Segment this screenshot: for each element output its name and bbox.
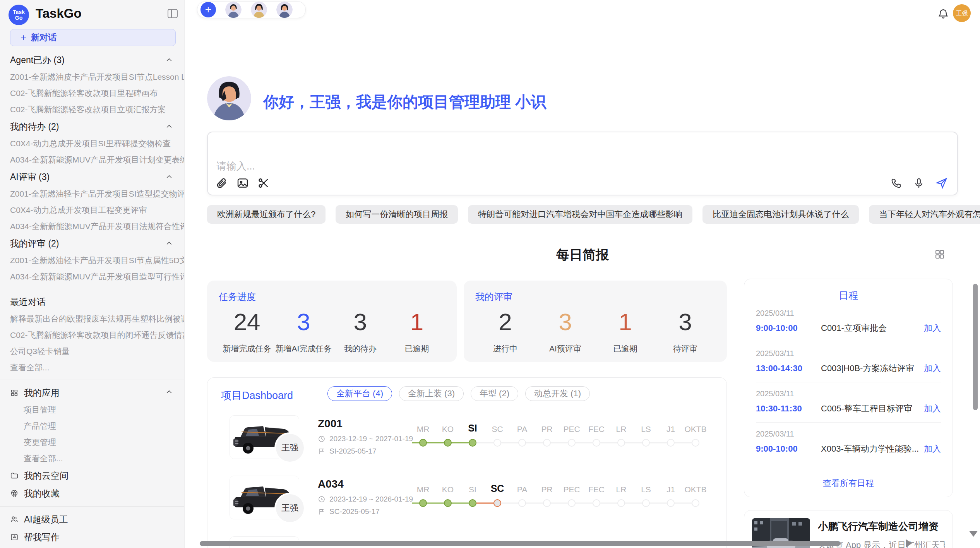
recent-view-all-link[interactable]: 查看全部... bbox=[10, 360, 185, 376]
sidebar-chat-item[interactable]: C02-飞腾新能源轻客改款项目里程碑画布 bbox=[10, 85, 185, 101]
join-link[interactable]: 加入 bbox=[924, 443, 941, 455]
dashboard-tab[interactable]: 动总开发 (1) bbox=[525, 386, 590, 401]
my-cloud-space-item[interactable]: 我的云空间 bbox=[10, 467, 185, 485]
scroll-right-arrow[interactable] bbox=[906, 539, 912, 548]
suggestion-chip[interactable]: 当下年轻人对汽车外观有怎样的喜好趋势 bbox=[869, 205, 980, 224]
news-title: 小鹏飞行汽车制造公司增资 bbox=[818, 520, 945, 533]
date-range-text: 2023-12-19 ~ 2026-01-19 bbox=[329, 495, 413, 503]
tool-item-2[interactable]: 帮我写作 bbox=[10, 528, 185, 546]
image-icon[interactable] bbox=[236, 177, 249, 189]
user-avatar[interactable]: 王强 bbox=[953, 4, 971, 22]
sidebar-section-header[interactable]: 我的待办 (2) bbox=[10, 118, 185, 135]
dashboard-tab[interactable]: 年型 (2) bbox=[471, 386, 518, 401]
app-item[interactable]: 变更管理 bbox=[10, 434, 185, 450]
recent-chat-item[interactable]: 公司Q3轻卡销量 bbox=[10, 343, 185, 360]
vertical-scrollbar-thumb[interactable] bbox=[973, 284, 978, 410]
chevron-up-icon[interactable] bbox=[165, 56, 173, 64]
sidebar-chat-item[interactable]: C0X4-动力总成开发项目工程变更评审 bbox=[10, 202, 185, 218]
sidebar-chat-item[interactable]: Z001-全新燃油轻卡产品开发项目SI节点属性5D文件评审 bbox=[10, 252, 185, 269]
dashboard-tab[interactable]: 全新上装 (3) bbox=[399, 386, 464, 401]
chevron-up-icon[interactable] bbox=[165, 123, 173, 130]
tool-item-1[interactable]: AI超级员工 bbox=[10, 510, 185, 528]
recent-chat-item[interactable]: C02-飞腾新能源轻客改款项目的闭环通告反馈情况 bbox=[10, 327, 185, 343]
section-title: 我的待办 (2) bbox=[10, 121, 59, 133]
folder-icon bbox=[10, 471, 19, 480]
suggestion-chip[interactable]: 比亚迪全固态电池计划具体说了什么 bbox=[702, 205, 859, 224]
project-date-range: 2023-12-19 ~ 2026-01-19 bbox=[318, 495, 413, 503]
sidebar-chat-item[interactable]: Z001-全新燃油皮卡产品开发项目SI节点Lesson Learn报告 bbox=[10, 69, 185, 85]
scroll-down-arrow[interactable] bbox=[969, 531, 978, 537]
new-chat-button[interactable]: + 新对话 bbox=[10, 29, 176, 46]
chevron-up-icon[interactable] bbox=[165, 388, 173, 396]
app-item[interactable]: 项目管理 bbox=[10, 402, 185, 418]
milestone-dot bbox=[419, 499, 427, 507]
suggestion-chip[interactable]: 如何写一份清晰的项目周报 bbox=[336, 205, 458, 224]
milestone: LR bbox=[609, 420, 634, 449]
suggestion-chip[interactable]: 欧洲新规最近颁布了什么? bbox=[207, 205, 326, 224]
sidebar-section-header[interactable]: AI评审 (3) bbox=[10, 168, 185, 186]
project-dashboard-card: 项目Dashboard 全新平台 (4)全新上装 (3)年型 (2)动总开发 (… bbox=[207, 377, 727, 548]
stat-column: 1已逾期 bbox=[595, 306, 655, 354]
microphone-icon[interactable] bbox=[913, 177, 925, 189]
apps-view-all-link[interactable]: 查看全部... bbox=[10, 450, 185, 467]
sidebar-divider bbox=[0, 289, 185, 289]
sidebar-chat-item[interactable]: C0X4-动力总成开发项目SI里程碑提交物检查 bbox=[10, 135, 185, 152]
schedule-row: 9:00-10:00X003-车辆动力学性能验...加入 bbox=[756, 443, 941, 455]
sidebar-chat-item[interactable]: Z001-全新燃油轻卡产品开发项目SI造型提交物评审 bbox=[10, 186, 185, 202]
milestone: LS bbox=[634, 420, 658, 449]
milestone-label: PA bbox=[517, 480, 527, 494]
sidebar-collapse-icon[interactable] bbox=[167, 9, 178, 19]
milestone-dot bbox=[667, 439, 675, 447]
sidebar-chat-item[interactable]: A034-全新新能源MUV产品开发项目法规符合性评审 bbox=[10, 218, 185, 235]
sidebar-chat-item[interactable]: A034-全新新能源MUV产品开发项目计划变更表编写 bbox=[10, 152, 185, 168]
my-favorites-item[interactable]: 我的收藏 bbox=[10, 485, 185, 502]
agent-avatar-1[interactable] bbox=[225, 2, 242, 18]
agent-avatar-3[interactable] bbox=[276, 2, 293, 18]
milestone: KO bbox=[435, 420, 460, 449]
app-item[interactable]: 产品管理 bbox=[10, 418, 185, 434]
notifications-bell-icon[interactable] bbox=[937, 8, 949, 19]
chevron-up-icon[interactable] bbox=[165, 240, 173, 247]
section-title: 我的评审 (2) bbox=[10, 238, 59, 250]
schedule-card: 日程 2025/03/119:00-10:00C001-立项审批会加入2025/… bbox=[744, 279, 953, 497]
sidebar-chat-item[interactable]: C02-飞腾新能源轻客改款项目立项汇报方案 bbox=[10, 101, 185, 118]
sidebar-section-header[interactable]: 我的评审 (2) bbox=[10, 235, 185, 252]
milestone-label: SC bbox=[491, 480, 504, 494]
tool-item-3[interactable]: 创意制图 bbox=[10, 546, 185, 548]
sidebar-chat-item[interactable]: A034-全新新能源MUV产品开发项目造型可行性评审 bbox=[10, 269, 185, 285]
chat-input-box[interactable]: 请输入... bbox=[207, 132, 958, 195]
join-link[interactable]: 加入 bbox=[924, 322, 941, 334]
join-link[interactable]: 加入 bbox=[924, 403, 941, 414]
milestone-dot bbox=[543, 439, 551, 447]
schedule-date: 2025/03/11 bbox=[756, 309, 941, 318]
sidebar-divider bbox=[0, 506, 185, 507]
milestone-label: LS bbox=[641, 420, 651, 434]
stat-column: 2进行中 bbox=[475, 306, 535, 354]
milestone-dot-wrap bbox=[683, 497, 708, 509]
join-link[interactable]: 加入 bbox=[924, 363, 941, 374]
suggestion-chip[interactable]: 特朗普可能对进口汽车增税会对中国车企造成哪些影响 bbox=[468, 205, 692, 224]
layout-grid-icon[interactable] bbox=[934, 248, 946, 260]
phone-icon[interactable] bbox=[891, 177, 902, 189]
send-icon[interactable] bbox=[935, 177, 948, 189]
recent-chat-item[interactable]: 解释最新出台的欧盟报废车法规再生塑料比例被调至15%... bbox=[10, 311, 185, 327]
horizontal-scrollbar-thumb[interactable] bbox=[200, 541, 840, 546]
section-title: AI评审 (3) bbox=[10, 171, 50, 183]
add-agent-button[interactable]: + bbox=[200, 2, 216, 17]
schedule-time: 10:30-11:30 bbox=[756, 404, 821, 414]
my-review-card: 我的评审2进行中3AI预评审1已逾期3待评审 bbox=[464, 281, 727, 362]
stat-label: 新增完成任务 bbox=[223, 343, 271, 354]
schedule-time: 9:00-10:00 bbox=[756, 444, 821, 454]
milestone-label: PR bbox=[541, 420, 552, 434]
chevron-up-icon[interactable] bbox=[165, 173, 173, 181]
my-apps-header[interactable]: 我的应用 bbox=[10, 384, 185, 402]
view-all-schedule-link[interactable]: 查看所有日程 bbox=[744, 478, 953, 489]
project-row: 王强Z0012023-12-19 ~ 2027-01-19SI-2025-05-… bbox=[207, 415, 727, 464]
sidebar-section-header[interactable]: Agent已办 (3) bbox=[10, 51, 185, 69]
dashboard-tab[interactable]: 全新平台 (4) bbox=[327, 386, 392, 401]
project-flag-milestone: SC-2025-05-17 bbox=[318, 507, 380, 516]
scissors-icon[interactable] bbox=[257, 177, 270, 189]
agent-avatar-2[interactable] bbox=[251, 2, 267, 18]
attachment-icon[interactable] bbox=[216, 177, 228, 189]
milestone-label: OKTB bbox=[684, 420, 706, 434]
